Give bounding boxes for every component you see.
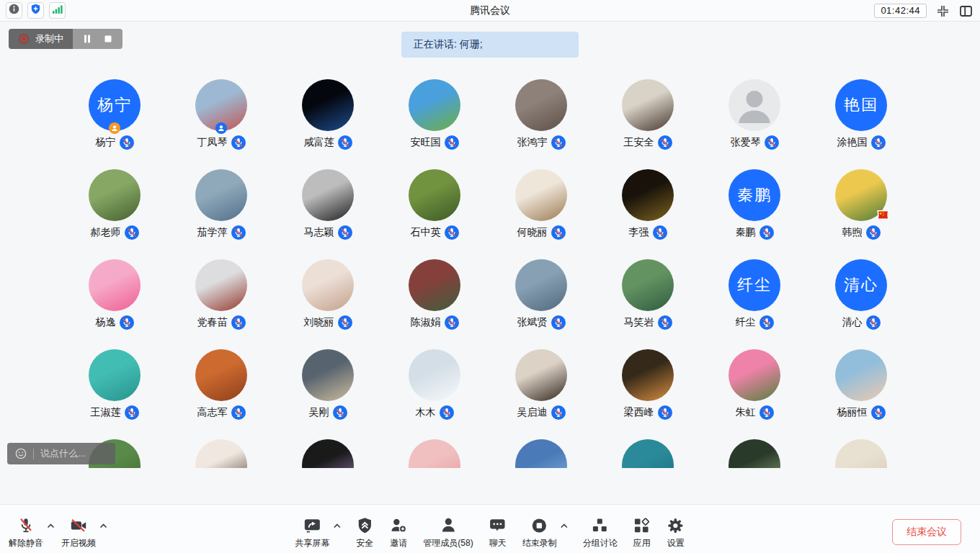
participant-tile[interactable]: 郝老师: [61, 169, 168, 259]
muted-mic-icon: [338, 315, 352, 330]
participant-tile[interactable]: 李强: [594, 169, 701, 259]
participant-tile[interactable]: 杨丽恒: [808, 349, 914, 439]
participant-avatar: [515, 169, 567, 221]
exit-fullscreen-button[interactable]: [936, 4, 950, 18]
participant-tile[interactable]: 石中英: [381, 169, 488, 259]
participant-avatar: [515, 79, 567, 131]
participant-tile[interactable]: 吴启迪: [488, 349, 594, 439]
participant-name: 杨宁: [96, 136, 116, 149]
toolbar-manage-members-button[interactable]: 管理成员(58): [422, 516, 474, 549]
muted-mic-icon: [445, 315, 459, 330]
participant-tile[interactable]: 韩煦: [808, 169, 914, 259]
participant-avatar: [195, 259, 247, 311]
toolbar-share-screen-button[interactable]: 共享屏幕: [293, 516, 331, 549]
participant-tile[interactable]: [488, 439, 594, 468]
participant-avatar: [515, 349, 567, 401]
participant-tile[interactable]: 艳国涂艳国: [808, 79, 914, 169]
participant-tile[interactable]: 张斌贤: [488, 259, 594, 349]
muted-mic-icon: [445, 135, 459, 150]
meeting-protect-button[interactable]: [27, 2, 44, 19]
muted-mic-icon: [658, 405, 672, 420]
chevron-up-icon[interactable]: [99, 523, 107, 529]
participant-avatar: [409, 169, 460, 221]
participant-name: 张斌贤: [517, 316, 548, 329]
muted-mic-icon: [338, 225, 352, 240]
participant-avatar: [729, 439, 780, 468]
smiley-emoji-icon[interactable]: [15, 448, 27, 459]
participant-tile[interactable]: 梁西峰: [594, 349, 701, 439]
participant-tile[interactable]: 高志军: [168, 349, 275, 439]
participant-avatar: [302, 349, 354, 401]
toolbar-apps-button[interactable]: 应用: [631, 516, 653, 549]
participant-tile[interactable]: [381, 439, 488, 468]
muted-mic-icon: [551, 225, 566, 240]
muted-mic-icon: [445, 225, 459, 240]
participant-tile[interactable]: 安旺国: [381, 79, 488, 169]
participant-tile[interactable]: [168, 439, 275, 468]
participant-tile[interactable]: [701, 439, 808, 468]
participant-tile[interactable]: 刘晓丽: [275, 259, 381, 349]
participant-tile[interactable]: 木木: [381, 349, 488, 439]
chat-quick-input[interactable]: 说点什么...: [7, 443, 115, 464]
toolbar-security-button[interactable]: 安全: [354, 516, 375, 549]
muted-mic-icon: [551, 135, 566, 150]
chevron-up-icon[interactable]: [333, 523, 341, 529]
pause-recording-button[interactable]: [82, 34, 92, 44]
toolbar-settings-button[interactable]: 设置: [665, 516, 687, 549]
participant-tile[interactable]: 纤尘纤尘: [701, 259, 808, 349]
participant-tile[interactable]: 杨逸: [61, 259, 168, 349]
toolbar-invite-button[interactable]: 邀请: [388, 516, 409, 549]
layout-split-button[interactable]: [959, 4, 973, 18]
participant-tile[interactable]: 陈淑娟: [381, 259, 488, 349]
muted-mic-icon: [231, 405, 246, 420]
participant-tile[interactable]: 党春苗: [168, 259, 275, 349]
record-dot-icon: [18, 33, 30, 45]
active-speaker-text: 正在讲话: 何珊;: [414, 38, 483, 51]
participant-tile[interactable]: 清心清心: [808, 259, 914, 349]
participant-avatar: [195, 169, 247, 221]
participant-tile[interactable]: 张鸿宇: [488, 79, 594, 169]
participant-tile[interactable]: 马笑岩: [594, 259, 701, 349]
participant-avatar: [729, 349, 780, 401]
participant-tile[interactable]: 杨宁杨宁: [61, 79, 168, 169]
mic-muted-icon: [17, 516, 35, 535]
participant-tile[interactable]: 吴刚: [275, 349, 381, 439]
participant-tile[interactable]: 王安全: [594, 79, 701, 169]
participant-tile[interactable]: 张爱琴: [701, 79, 808, 169]
toolbar-stop-recording-button[interactable]: 结束录制: [521, 516, 558, 549]
toolbar-start-video-button[interactable]: 开启视频: [60, 516, 97, 549]
participant-name: 李强: [629, 226, 649, 239]
participant-tile[interactable]: [594, 439, 701, 468]
participant-tile[interactable]: 马志颖: [275, 169, 381, 259]
participant-tile[interactable]: 朱虹: [701, 349, 808, 439]
participant-avatar: [89, 169, 141, 221]
participant-tile[interactable]: 咸富莲: [275, 79, 381, 169]
network-status-button[interactable]: [49, 2, 66, 19]
participant-tile[interactable]: 何晓丽: [488, 169, 594, 259]
shield-plus-icon: [30, 4, 41, 17]
chevron-up-icon[interactable]: [47, 523, 55, 529]
toolbar-security-label: 安全: [356, 537, 373, 549]
participant-tile[interactable]: 秦鹏秦鹏: [701, 169, 808, 259]
participant-name: 党春苗: [197, 316, 228, 329]
toolbar-unmute-button[interactable]: 解除静音: [7, 516, 45, 549]
stop-recording-button-pill[interactable]: [103, 34, 113, 44]
stop-record-icon: [530, 516, 549, 535]
participant-tile[interactable]: 丁凤琴: [168, 79, 275, 169]
participant-name: 纤尘: [736, 316, 756, 329]
participant-avatar: [302, 259, 354, 311]
chevron-up-icon[interactable]: [561, 523, 569, 529]
participant-name: 秦鹏: [736, 226, 756, 239]
toolbar-breakout-rooms-button[interactable]: 分组讨论: [582, 516, 619, 549]
meeting-info-button[interactable]: [6, 2, 22, 19]
end-meeting-button[interactable]: 结束会议: [892, 519, 961, 545]
participant-name: 丁凤琴: [197, 136, 228, 149]
toolbar-left-group: 解除静音开启视频: [7, 516, 108, 549]
title-bar: 腾讯会议 01:42:44: [0, 0, 980, 22]
participant-tile[interactable]: [808, 439, 914, 468]
participant-tile[interactable]: [275, 439, 381, 468]
participant-tile[interactable]: 王淑莲: [61, 349, 168, 439]
participant-tile[interactable]: 茄学萍: [168, 169, 275, 259]
participant-name: 王淑莲: [91, 406, 121, 419]
toolbar-chat-button[interactable]: 聊天: [487, 516, 509, 549]
